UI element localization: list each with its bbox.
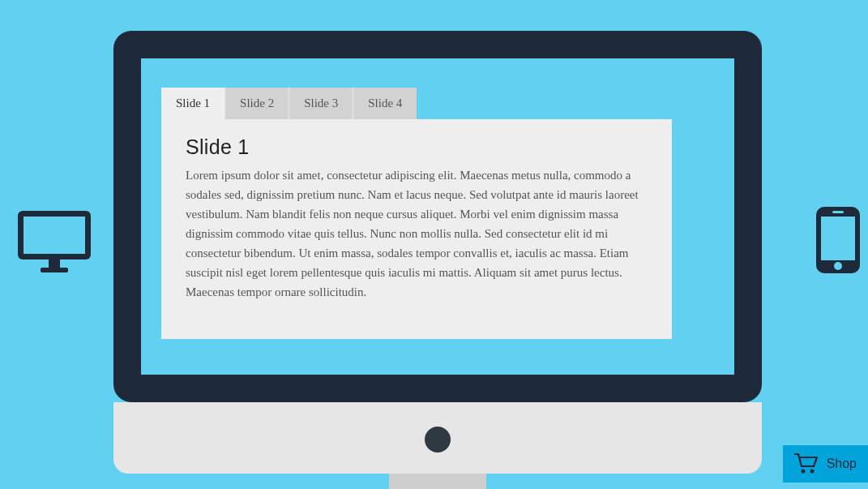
monitor-base — [113, 402, 762, 474]
tab-panel: Slide 1 Lorem ipsum dolor sit amet, cons… — [161, 119, 672, 339]
svg-rect-1 — [24, 217, 85, 254]
monitor-mockup: Slide 1 Slide 2 Slide 3 Slide 4 Slide 1 … — [113, 31, 762, 474]
shopping-cart-tab[interactable]: Shop — [783, 445, 868, 483]
cart-icon — [794, 453, 819, 474]
monitor-power-button — [425, 427, 451, 453]
tab-slide-1[interactable]: Slide 1 — [161, 88, 225, 119]
svg-point-8 — [801, 470, 805, 474]
tabs-widget: Slide 1 Slide 2 Slide 3 Slide 4 Slide 1 … — [161, 88, 672, 339]
svg-rect-5 — [821, 217, 855, 260]
svg-rect-2 — [49, 260, 60, 268]
svg-rect-7 — [832, 211, 844, 213]
phone-icon — [816, 207, 860, 277]
tab-slide-4[interactable]: Slide 4 — [353, 88, 417, 119]
svg-point-6 — [834, 262, 842, 270]
panel-body: Lorem ipsum dolor sit amet, consectetur … — [186, 165, 648, 302]
svg-point-9 — [810, 470, 814, 474]
monitor-screen: Slide 1 Slide 2 Slide 3 Slide 4 Slide 1 … — [141, 58, 734, 375]
panel-title: Slide 1 — [186, 135, 648, 159]
tabs-list: Slide 1 Slide 2 Slide 3 Slide 4 — [161, 88, 672, 119]
tab-slide-3[interactable]: Slide 3 — [289, 88, 353, 119]
tab-slide-2[interactable]: Slide 2 — [225, 88, 289, 119]
monitor-stand — [389, 474, 486, 489]
desktop-icon — [18, 211, 91, 277]
cart-label: Shop — [827, 457, 857, 471]
monitor-bezel: Slide 1 Slide 2 Slide 3 Slide 4 Slide 1 … — [113, 31, 762, 402]
svg-rect-3 — [41, 268, 68, 272]
